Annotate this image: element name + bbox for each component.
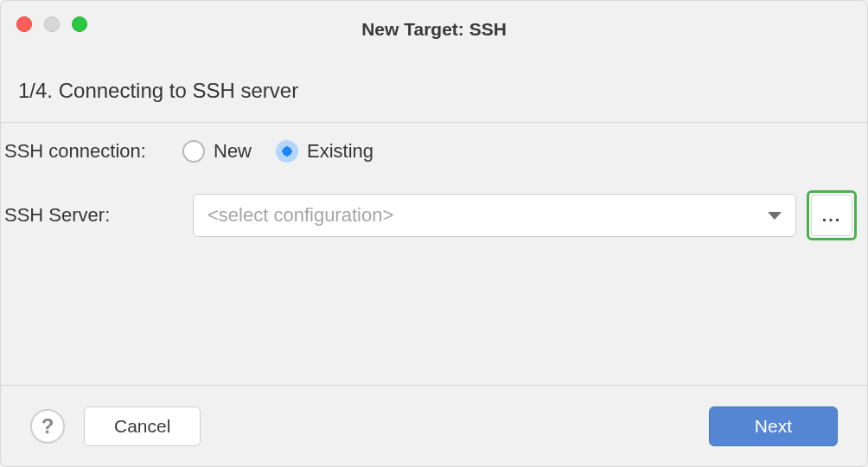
radio-existing-label: Existing [307,140,373,163]
ssh-server-label: SSH Server: [1,204,182,227]
step-heading: 1/4. Connecting to SSH server [1,44,867,122]
traffic-lights [16,16,87,32]
next-button[interactable]: Next [709,406,838,446]
radio-icon [182,140,205,163]
browse-button[interactable]: ... [807,190,857,240]
window-title: New Target: SSH [1,5,867,40]
cancel-button[interactable]: Cancel [84,406,201,446]
help-icon: ? [41,414,54,438]
select-placeholder: <select configuration> [207,204,393,227]
footer: ? Cancel Next [1,385,867,466]
radio-new-label: New [214,140,252,163]
footer-left: ? Cancel [30,406,201,446]
radio-group: New Existing [182,140,373,163]
dialog-window: New Target: SSH 1/4. Connecting to SSH s… [0,0,868,467]
titlebar: New Target: SSH [1,1,867,44]
help-button[interactable]: ? [30,409,65,444]
cancel-button-label: Cancel [114,416,170,437]
ssh-server-select[interactable]: <select configuration> [193,194,796,237]
form-area: SSH connection: New Existing SSH Server:… [1,123,867,385]
ssh-server-row: SSH Server: <select configuration> ... [1,190,867,240]
maximize-icon[interactable] [72,16,87,32]
ellipsis-icon: ... [811,195,852,236]
minimize-icon[interactable] [44,16,60,32]
radio-existing[interactable]: Existing [276,140,373,163]
close-icon[interactable] [16,16,32,32]
radio-new[interactable]: New [182,140,252,163]
ssh-connection-row: SSH connection: New Existing [1,140,867,163]
next-button-label: Next [755,416,792,437]
ssh-connection-label: SSH connection: [1,140,182,163]
chevron-down-icon [768,212,782,220]
radio-selected-icon [276,140,298,163]
